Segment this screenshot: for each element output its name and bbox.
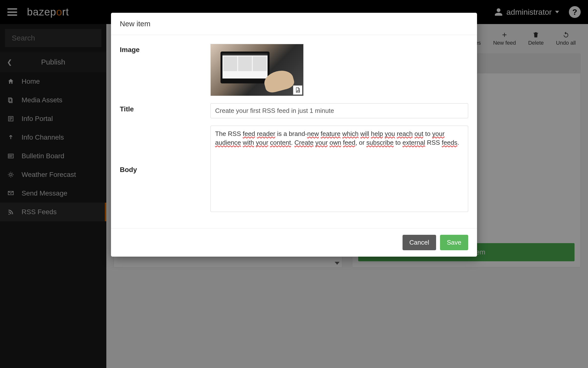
image-preview[interactable] (210, 44, 304, 96)
body-label: Body (120, 164, 210, 174)
upload-image-button[interactable] (293, 85, 302, 95)
new-item-modal: New item Image (111, 13, 477, 257)
image-file-icon (295, 87, 301, 93)
title-label: Title (120, 103, 210, 118)
image-label: Image (120, 44, 210, 96)
modal-title: New item (111, 13, 477, 35)
save-button[interactable]: Save (440, 235, 468, 250)
body-textarea[interactable]: The RSS feed reader is a brand-new featu… (210, 126, 468, 212)
title-input[interactable] (210, 103, 468, 118)
cancel-button[interactable]: Cancel (403, 235, 436, 250)
